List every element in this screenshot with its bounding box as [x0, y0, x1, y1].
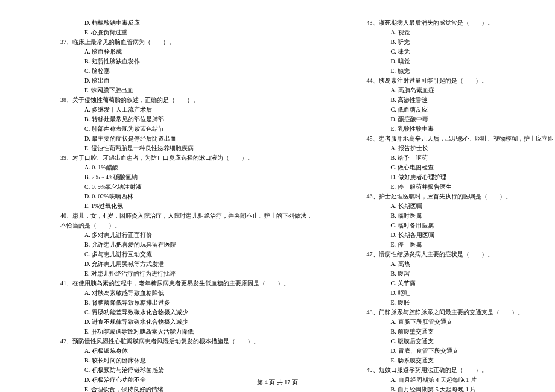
option-line: C. 胃肠功能差导致碳水化合物摄入减少 — [60, 308, 312, 317]
option-line: E. 乳酸性酸中毒 — [367, 124, 556, 134]
option-line: C. 多与患儿进行互动交流 — [60, 250, 312, 259]
option-line: C. 肺部声称表现为紫蓝色结节 — [60, 124, 312, 134]
option-line: A. 报告护士长 — [367, 144, 556, 153]
option-line: B. 较长时间的卧床休息 — [60, 356, 312, 365]
option-line: A. 多继发于人工流产术后 — [60, 105, 312, 115]
question-line: 41、在使用胰岛素的过程中，老年糖尿病患者更易发生低血糖的主要原因是（ ）。 — [60, 279, 312, 288]
question-line: 44、胰岛素注射过量可能引起的是（ ）。 — [367, 76, 556, 86]
question-line: 43、濒死期病人最后消失的感觉常是（ ）。 — [367, 18, 556, 28]
option-line: A. 视觉 — [367, 28, 556, 37]
question-line: 46、护士处理医嘱时，应首先执行的医嘱是（ ）。 — [367, 192, 556, 201]
option-line: D. 允许患儿用哭喊等方式发泄 — [60, 259, 312, 269]
option-line: E. 肠系膜交通支 — [367, 356, 556, 365]
question-line: 不恰当的是（ ）。 — [60, 221, 312, 230]
question-line: 45、患者服用地高辛几天后，出现恶心、呕吐、视物模糊，护士应立即（ ）。 — [367, 134, 556, 144]
option-line: A. 对胰岛素敏感导致血糖降低 — [60, 288, 312, 298]
option-line: C. 脑栓塞 — [60, 66, 312, 76]
option-line: A. 多对患儿进行正面打价 — [60, 230, 312, 240]
option-line: B. 转移灶最常见的部位是肺部 — [60, 115, 312, 124]
option-line: E. 蛛网膜下腔出血 — [60, 86, 312, 95]
option-line: E. 肝功能减退导致对胰岛素灭活能力降低 — [60, 327, 312, 337]
question-line: 40、患儿，女，4 岁，因肺炎入院治疗，入院时患儿拒绝治疗，并哭闹不止。护士的下… — [60, 211, 312, 221]
option-line: C. 做心电图检查 — [367, 163, 556, 172]
option-line: B. 听觉 — [367, 37, 556, 47]
option-line: A. 长期医嘱 — [367, 201, 556, 211]
option-line: C. 腹膜后交通支 — [367, 337, 556, 346]
option-line: A. 0. 1%醋酸 — [60, 163, 312, 172]
question-line: 49、短效口服避孕药用法正确的是（ ）。 — [367, 365, 556, 375]
option-line: E. 1%过氧化氢 — [60, 201, 312, 211]
option-line: B. 临时医嘱 — [367, 211, 556, 221]
option-line: C. 关节痛 — [367, 279, 556, 288]
option-line: B. 给予止呕药 — [367, 153, 556, 163]
option-line: B. 腹泻 — [367, 269, 556, 279]
option-line: E. 停止服药并报告医生 — [367, 182, 556, 192]
option-line: B. 短暂性脑缺血发作 — [60, 57, 312, 66]
option-line: B. 肾糖阈降低导致尿糖排出过多 — [60, 298, 312, 308]
option-line: D. 进食不规律导致碳水化合物摄入减少 — [60, 317, 312, 327]
option-line: C. 0. 9%氯化钠注射液 — [60, 182, 312, 192]
option-line: E. 心脏负荷过重 — [60, 28, 312, 37]
option-line: D. 枸椽酸钠中毒反应 — [60, 18, 312, 28]
option-line: D. 0. 02%呋喃西林 — [60, 192, 312, 201]
option-line: E. 触觉 — [367, 66, 556, 76]
option-line: B. 高渗性昏迷 — [367, 95, 556, 105]
left-column: D. 枸椽酸钠中毒反应E. 心脏负荷过重37、临床上最常见的脑血管病为（ ）。A… — [60, 18, 312, 368]
option-line: D. 呕吐 — [367, 288, 556, 298]
option-line: C. 临时备用医嘱 — [367, 221, 556, 230]
option-line: C. 味觉 — [367, 47, 556, 57]
option-line: D. 做好患者心理护理 — [367, 172, 556, 182]
option-line: B. 前腹壁交通支 — [367, 327, 556, 337]
question-line: 48、门静脉系与腔静脉系之间最主要的交通支是（ ）。 — [367, 308, 556, 317]
option-line: E. 腹胀 — [367, 298, 556, 308]
option-line: D. 嗅觉 — [367, 57, 556, 66]
option-line: E. 对患儿拒绝治疗的行为进行批评 — [60, 269, 312, 279]
option-line: D. 胃底、食管下段交通支 — [367, 346, 556, 356]
option-line: C. 低血糖反应 — [367, 105, 556, 115]
option-line: A. 脑血栓形成 — [60, 47, 312, 57]
option-line: D. 最主要的症状是停经后阴道出血 — [60, 134, 312, 144]
option-line: E. 侵蚀性葡萄胎是一种良性滋养细胞疾病 — [60, 144, 312, 153]
option-line: A. 高热 — [367, 259, 556, 269]
question-line: 42、预防慢性风湿性心脏瓣膜病患者风湿活动复发的根本措施是（ ）。 — [60, 337, 312, 346]
option-line: B. 2%～4%碳酸氢钠 — [60, 172, 312, 182]
two-column-layout: D. 枸椽酸钠中毒反应E. 心脏负荷过重37、临床上最常见的脑血管病为（ ）。A… — [60, 18, 519, 368]
option-line: D. 脑出血 — [60, 76, 312, 86]
question-line: 47、溃疡性结肠炎病人主要的症状是（ ）。 — [367, 250, 556, 259]
option-line: A. 积极锻炼身体 — [60, 346, 312, 356]
option-line: D. 酮症酸中毒 — [367, 115, 556, 124]
option-line: C. 积极预防与治疗链球菌感染 — [60, 365, 312, 375]
page-footer: 第 4 页 共 17 页 — [0, 378, 555, 387]
option-line: A. 高胰岛素血症 — [367, 86, 556, 95]
option-line: B. 允许患儿把喜爱的玩具留在医院 — [60, 240, 312, 250]
right-column: 43、濒死期病人最后消失的感觉常是（ ）。A. 视觉B. 听觉C. 味觉D. 嗅… — [367, 18, 556, 368]
question-line: 39、对于口腔、牙龈出血患者，为防止口臭应选择的漱口液为（ ）。 — [60, 153, 312, 163]
option-line: A. 直肠下段肛管交通支 — [367, 317, 556, 327]
option-line: D. 长期备用医嘱 — [367, 230, 556, 240]
option-line: E. 停止医嘱 — [367, 240, 556, 250]
question-line: 38、关于侵蚀性葡萄胎的叙述，正确的是（ ）。 — [60, 95, 312, 105]
question-line: 37、临床上最常见的脑血管病为（ ）。 — [60, 37, 312, 47]
